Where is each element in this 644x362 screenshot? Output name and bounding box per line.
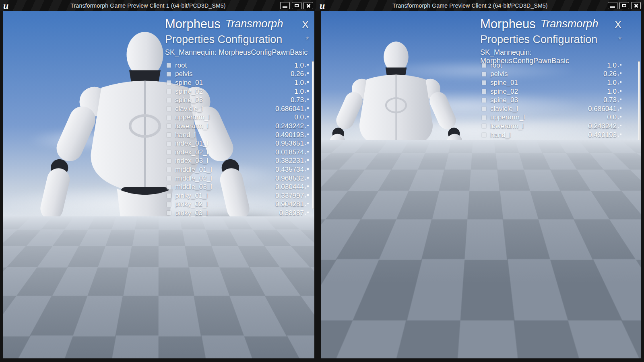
drag-spinner-icon[interactable] [305,194,309,198]
bone-checkbox[interactable] [167,63,171,68]
bone-value[interactable]: 0.123253 [275,261,304,269]
bone-value[interactable]: 0.075208 [275,244,304,252]
bone-value[interactable]: 0.638328 [275,253,304,261]
bone-row[interactable]: hand_l 0.490193 [165,131,314,140]
bone-value[interactable]: 0.018574 [275,148,304,156]
drag-spinner-icon[interactable] [618,306,621,311]
bone-checkbox[interactable] [482,133,486,137]
bone-value[interactable]: 0.686041 [275,105,304,113]
bone-checkbox[interactable] [167,263,171,267]
maximize-button[interactable] [292,2,301,9]
bone-value[interactable]: 0.687363 [275,296,304,304]
bone-value[interactable]: 0.018574 [588,148,617,156]
bone-value[interactable]: 0.594158 [588,270,617,278]
drag-spinner-icon[interactable] [305,220,309,224]
drag-spinner-icon[interactable] [618,202,621,206]
bone-checkbox[interactable] [167,150,171,154]
bone-checkbox[interactable] [167,306,171,311]
drag-spinner-icon[interactable] [305,306,309,311]
bone-row[interactable]: spine_02 1.0 [480,87,638,96]
bone-row[interactable]: upperarm_l 0.0 [165,113,314,122]
config-name-input[interactable] [165,331,314,343]
bone-value[interactable]: 0.490193 [588,131,617,139]
bone-value[interactable]: 0.968532 [588,175,617,183]
bone-row[interactable]: clavicle_r 0.594158 [165,269,314,278]
bone-value[interactable]: 0.26 [603,70,617,78]
bone-checkbox[interactable] [167,185,171,189]
bone-value[interactable]: 0.73 [603,96,617,104]
bone-row[interactable]: upperarm_r 0.341698 [480,278,638,287]
drag-spinner-icon[interactable] [305,185,309,189]
drag-spinner-icon[interactable] [618,263,621,267]
bone-value[interactable]: 0.38987 [279,209,304,217]
bone-row[interactable]: ring_03_l 0.642107 [165,235,314,244]
bone-row[interactable]: pelvis 0.26 [480,70,638,79]
drag-spinner-icon[interactable] [618,281,621,285]
bone-checkbox[interactable] [482,142,486,146]
bone-row[interactable]: pinky_03_l 0.38987 [165,209,314,218]
bone-value[interactable]: 0.075208 [588,244,617,252]
minimize-button[interactable] [280,2,290,9]
bone-checkbox[interactable] [167,228,171,233]
config-name-input[interactable] [480,331,638,343]
drag-spinner-icon[interactable] [305,298,309,302]
panel-close-button[interactable]: X [615,19,621,31]
bone-checkbox[interactable] [167,142,171,146]
bone-checkbox[interactable] [482,315,486,320]
bone-row[interactable]: lowerarm_r 0.453298 [165,287,314,296]
bone-row[interactable]: spine_01 1.0 [480,78,638,87]
drag-spinner-icon[interactable] [618,272,621,276]
drag-spinner-icon[interactable] [305,98,309,102]
action-button[interactable]: Load [165,344,201,357]
bone-checkbox[interactable] [482,159,486,163]
bone-checkbox[interactable] [482,98,486,103]
drag-spinner-icon[interactable] [305,115,309,119]
bone-checkbox[interactable] [482,72,486,76]
bone-value[interactable]: 1.0 [607,88,617,96]
drag-spinner-icon[interactable] [618,298,621,302]
bone-value[interactable]: 0.0 [294,113,304,121]
bone-row[interactable]: index_02_r 0.607855 [480,313,638,322]
bone-checkbox[interactable] [167,220,171,224]
drag-spinner-icon[interactable] [618,228,621,232]
bone-row[interactable]: middle_03_l 0.030444 [480,183,638,191]
bone-row[interactable]: ring_02_l 0.888023 [165,226,314,235]
bone-row[interactable]: ring_01_l 0.045419 [480,218,638,226]
bone-value[interactable]: 0.030444 [588,183,617,191]
bone-checkbox[interactable] [482,228,486,233]
action-button[interactable]: Load [480,344,518,357]
bone-checkbox[interactable] [167,124,171,128]
bone-value[interactable]: 0.382231 [588,157,617,165]
bone-value[interactable]: 0.435734 [275,166,304,174]
bone-row[interactable]: clavicle_l 0.686041 [480,105,638,113]
drag-spinner-icon[interactable] [305,72,309,76]
bone-checkbox[interactable] [482,306,486,311]
action-button[interactable]: Clone [560,344,599,357]
action-button[interactable]: Clone [240,344,276,357]
bone-value[interactable]: 0.243242 [588,122,617,130]
drag-spinner-icon[interactable] [618,72,621,76]
bone-checkbox[interactable] [482,202,486,207]
bone-value[interactable]: 1.0 [294,79,304,87]
bone-row[interactable]: hand_r 0.687363 [165,296,314,304]
bone-checkbox[interactable] [482,263,486,267]
minimize-button[interactable] [608,2,617,9]
bone-row[interactable]: index_01_r 0.000304 [480,304,638,313]
drag-spinner-icon[interactable] [305,107,309,111]
bone-value[interactable]: 0.490193 [275,131,304,139]
bone-row[interactable]: middle_03_l 0.030444 [165,183,314,191]
bone-checkbox[interactable] [167,280,171,285]
drag-spinner-icon[interactable] [305,272,309,276]
bone-value[interactable]: 0.642107 [275,235,304,243]
drag-spinner-icon[interactable] [305,228,309,232]
game-viewport[interactable]: Morpheus Transmorph X Properties Configu… [3,11,314,358]
drag-spinner-icon[interactable] [305,211,309,215]
bone-value[interactable]: 0.341698 [275,279,304,287]
bone-checkbox[interactable] [167,315,171,320]
bone-row[interactable]: clavicle_r 0.594158 [480,269,638,278]
bone-row[interactable]: ring_02_l 0.888023 [480,226,638,235]
bone-row[interactable]: thumb_03_l 0.123253 [480,261,638,270]
drag-spinner-icon[interactable] [618,98,621,102]
bone-checkbox[interactable] [482,185,486,189]
bone-checkbox[interactable] [167,80,171,85]
